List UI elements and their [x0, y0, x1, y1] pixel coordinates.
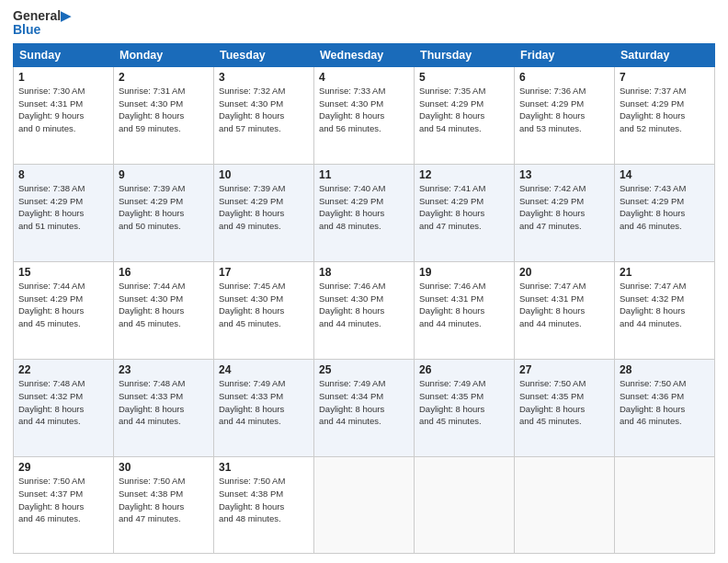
day-info: Sunrise: 7:32 AM Sunset: 4:30 PM Dayligh… [219, 85, 309, 135]
day-number: 17 [219, 266, 309, 279]
day-info: Sunrise: 7:50 AM Sunset: 4:38 PM Dayligh… [219, 475, 309, 525]
day-number: 27 [519, 363, 609, 376]
day-number: 8 [18, 168, 108, 181]
day-number: 19 [419, 266, 509, 279]
day-info: Sunrise: 7:47 AM Sunset: 4:31 PM Dayligh… [519, 280, 609, 330]
calendar-day-cell: 9Sunrise: 7:39 AM Sunset: 4:29 PM Daylig… [114, 164, 214, 261]
day-info: Sunrise: 7:43 AM Sunset: 4:29 PM Dayligh… [620, 182, 710, 233]
day-number: 28 [620, 363, 710, 376]
day-number: 13 [519, 168, 609, 181]
calendar-day-cell: 11Sunrise: 7:40 AM Sunset: 4:29 PM Dayli… [314, 164, 415, 261]
day-info: Sunrise: 7:44 AM Sunset: 4:29 PM Dayligh… [18, 280, 108, 330]
day-info: Sunrise: 7:40 AM Sunset: 4:29 PM Dayligh… [319, 182, 409, 233]
calendar-day-cell: 10Sunrise: 7:39 AM Sunset: 4:29 PM Dayli… [214, 164, 314, 261]
calendar-week-row: 22Sunrise: 7:48 AM Sunset: 4:32 PM Dayli… [14, 360, 715, 457]
day-info: Sunrise: 7:49 AM Sunset: 4:33 PM Dayligh… [219, 377, 309, 428]
calendar-header-cell: Tuesday [214, 43, 314, 66]
day-info: Sunrise: 7:49 AM Sunset: 4:35 PM Dayligh… [419, 377, 509, 428]
day-info: Sunrise: 7:31 AM Sunset: 4:30 PM Dayligh… [119, 85, 209, 135]
day-info: Sunrise: 7:44 AM Sunset: 4:30 PM Dayligh… [119, 280, 209, 330]
logo: General▶ Blue [13, 9, 71, 38]
day-info: Sunrise: 7:39 AM Sunset: 4:29 PM Dayligh… [119, 182, 209, 233]
day-number: 29 [18, 461, 108, 474]
calendar-day-cell [415, 457, 515, 554]
calendar-day-cell [615, 457, 715, 554]
calendar-day-cell: 13Sunrise: 7:42 AM Sunset: 4:29 PM Dayli… [515, 164, 615, 261]
calendar-header-cell: Sunday [14, 43, 114, 66]
calendar-body: 1Sunrise: 7:30 AM Sunset: 4:31 PM Daylig… [14, 66, 715, 553]
day-number: 20 [519, 266, 609, 279]
calendar-day-cell: 15Sunrise: 7:44 AM Sunset: 4:29 PM Dayli… [14, 261, 114, 359]
calendar-day-cell: 19Sunrise: 7:46 AM Sunset: 4:31 PM Dayli… [415, 261, 515, 359]
calendar-day-cell: 23Sunrise: 7:48 AM Sunset: 4:33 PM Dayli… [114, 360, 214, 457]
day-info: Sunrise: 7:50 AM Sunset: 4:36 PM Dayligh… [620, 377, 710, 428]
calendar-day-cell: 27Sunrise: 7:50 AM Sunset: 4:35 PM Dayli… [515, 360, 615, 457]
day-info: Sunrise: 7:48 AM Sunset: 4:32 PM Dayligh… [18, 377, 108, 428]
day-info: Sunrise: 7:50 AM Sunset: 4:35 PM Dayligh… [519, 377, 609, 428]
calendar-day-cell: 24Sunrise: 7:49 AM Sunset: 4:33 PM Dayli… [214, 360, 314, 457]
day-number: 4 [319, 71, 409, 84]
calendar-day-cell: 28Sunrise: 7:50 AM Sunset: 4:36 PM Dayli… [615, 360, 715, 457]
calendar-day-cell: 6Sunrise: 7:36 AM Sunset: 4:29 PM Daylig… [515, 66, 615, 164]
page: General▶ Blue SundayMondayTuesdayWednesd… [0, 0, 728, 563]
calendar-day-cell: 17Sunrise: 7:45 AM Sunset: 4:30 PM Dayli… [214, 261, 314, 359]
day-number: 22 [18, 363, 108, 376]
day-info: Sunrise: 7:36 AM Sunset: 4:29 PM Dayligh… [519, 85, 609, 135]
calendar-day-cell: 1Sunrise: 7:30 AM Sunset: 4:31 PM Daylig… [14, 66, 114, 164]
day-number: 26 [419, 363, 509, 376]
day-number: 9 [119, 168, 209, 181]
calendar-day-cell: 30Sunrise: 7:50 AM Sunset: 4:38 PM Dayli… [114, 457, 214, 554]
day-info: Sunrise: 7:46 AM Sunset: 4:30 PM Dayligh… [319, 280, 409, 330]
calendar-day-cell: 26Sunrise: 7:49 AM Sunset: 4:35 PM Dayli… [415, 360, 515, 457]
calendar-day-cell: 21Sunrise: 7:47 AM Sunset: 4:32 PM Dayli… [615, 261, 715, 359]
day-info: Sunrise: 7:38 AM Sunset: 4:29 PM Dayligh… [18, 182, 108, 233]
calendar-day-cell: 14Sunrise: 7:43 AM Sunset: 4:29 PM Dayli… [615, 164, 715, 261]
day-info: Sunrise: 7:30 AM Sunset: 4:31 PM Dayligh… [18, 85, 108, 135]
day-number: 30 [119, 461, 209, 474]
day-info: Sunrise: 7:49 AM Sunset: 4:34 PM Dayligh… [319, 377, 409, 428]
day-info: Sunrise: 7:48 AM Sunset: 4:33 PM Dayligh… [119, 377, 209, 428]
day-info: Sunrise: 7:50 AM Sunset: 4:37 PM Dayligh… [18, 475, 108, 525]
calendar-day-cell: 12Sunrise: 7:41 AM Sunset: 4:29 PM Dayli… [415, 164, 515, 261]
calendar-day-cell [515, 457, 615, 554]
day-info: Sunrise: 7:50 AM Sunset: 4:38 PM Dayligh… [119, 475, 209, 525]
day-number: 18 [319, 266, 409, 279]
day-number: 3 [219, 71, 309, 84]
day-number: 31 [219, 461, 309, 474]
day-number: 21 [620, 266, 710, 279]
calendar-day-cell: 4Sunrise: 7:33 AM Sunset: 4:30 PM Daylig… [314, 66, 415, 164]
calendar-day-cell: 5Sunrise: 7:35 AM Sunset: 4:29 PM Daylig… [415, 66, 515, 164]
day-info: Sunrise: 7:45 AM Sunset: 4:30 PM Dayligh… [219, 280, 309, 330]
day-info: Sunrise: 7:47 AM Sunset: 4:32 PM Dayligh… [620, 280, 710, 330]
calendar-day-cell: 31Sunrise: 7:50 AM Sunset: 4:38 PM Dayli… [214, 457, 314, 554]
day-number: 11 [319, 168, 409, 181]
day-number: 16 [119, 266, 209, 279]
day-number: 1 [18, 71, 108, 84]
calendar-day-cell: 25Sunrise: 7:49 AM Sunset: 4:34 PM Dayli… [314, 360, 415, 457]
calendar-week-row: 1Sunrise: 7:30 AM Sunset: 4:31 PM Daylig… [14, 66, 715, 164]
calendar-week-row: 15Sunrise: 7:44 AM Sunset: 4:29 PM Dayli… [14, 261, 715, 359]
calendar-header-row: SundayMondayTuesdayWednesdayThursdayFrid… [14, 43, 715, 66]
day-info: Sunrise: 7:37 AM Sunset: 4:29 PM Dayligh… [620, 85, 710, 135]
calendar-day-cell: 29Sunrise: 7:50 AM Sunset: 4:37 PM Dayli… [14, 457, 114, 554]
day-info: Sunrise: 7:39 AM Sunset: 4:29 PM Dayligh… [219, 182, 309, 233]
calendar-day-cell: 18Sunrise: 7:46 AM Sunset: 4:30 PM Dayli… [314, 261, 415, 359]
calendar-table: SundayMondayTuesdayWednesdayThursdayFrid… [13, 43, 715, 554]
calendar-day-cell: 3Sunrise: 7:32 AM Sunset: 4:30 PM Daylig… [214, 66, 314, 164]
day-info: Sunrise: 7:41 AM Sunset: 4:29 PM Dayligh… [419, 182, 509, 233]
day-number: 6 [519, 71, 609, 84]
calendar-header-cell: Friday [515, 43, 615, 66]
day-number: 5 [419, 71, 509, 84]
day-number: 14 [620, 168, 710, 181]
day-number: 15 [18, 266, 108, 279]
day-info: Sunrise: 7:42 AM Sunset: 4:29 PM Dayligh… [519, 182, 609, 233]
calendar-day-cell: 22Sunrise: 7:48 AM Sunset: 4:32 PM Dayli… [14, 360, 114, 457]
calendar-day-cell: 8Sunrise: 7:38 AM Sunset: 4:29 PM Daylig… [14, 164, 114, 261]
calendar-header-cell: Monday [114, 43, 214, 66]
header: General▶ Blue [13, 9, 715, 38]
calendar-day-cell [314, 457, 415, 554]
day-number: 10 [219, 168, 309, 181]
calendar-day-cell: 2Sunrise: 7:31 AM Sunset: 4:30 PM Daylig… [114, 66, 214, 164]
calendar-day-cell: 16Sunrise: 7:44 AM Sunset: 4:30 PM Dayli… [114, 261, 214, 359]
day-number: 24 [219, 363, 309, 376]
